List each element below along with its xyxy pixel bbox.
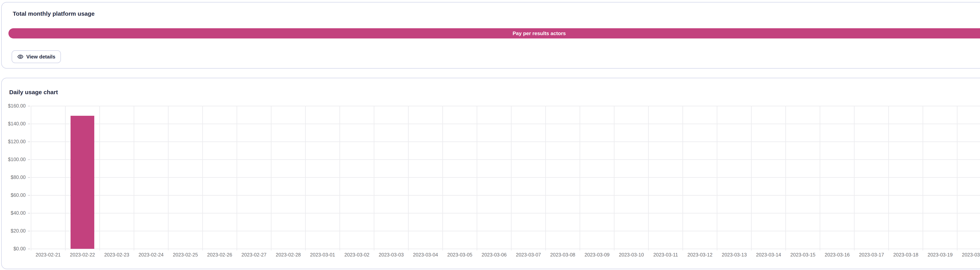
v-gridline xyxy=(374,106,374,251)
v-gridline xyxy=(957,106,958,251)
v-gridline xyxy=(682,106,683,251)
v-gridline xyxy=(854,106,854,251)
x-tick-label: 2023-03-20 xyxy=(951,252,980,258)
view-details-label: View details xyxy=(26,54,55,60)
h-gridline xyxy=(31,106,980,106)
plot-area xyxy=(31,106,980,249)
v-gridline xyxy=(614,106,614,251)
total-usage-card: Total monthly platform usage $150.00 Pay… xyxy=(1,2,980,69)
bar-2023-02-22[interactable] xyxy=(70,116,94,249)
v-gridline xyxy=(202,106,203,251)
h-gridline xyxy=(31,159,980,160)
y-tick-label: $120.00 xyxy=(2,139,25,144)
v-gridline xyxy=(65,106,66,251)
v-gridline xyxy=(339,106,340,251)
y-tick-label: $160.00 xyxy=(2,103,25,109)
h-gridline xyxy=(31,249,980,249)
y-tick-mark xyxy=(28,213,30,214)
v-gridline xyxy=(477,106,477,251)
v-gridline xyxy=(408,106,409,251)
v-gridline xyxy=(305,106,306,251)
v-gridline xyxy=(820,106,820,251)
daily-usage-chart-card: Daily usage chart Absolute Cumulative Ac… xyxy=(1,78,980,269)
h-gridline xyxy=(31,177,980,178)
v-gridline xyxy=(99,106,100,251)
v-gridline xyxy=(888,106,889,251)
chart-region: Actor compute unitsProxy SERPsProxy resi… xyxy=(2,78,980,268)
total-usage-title: Total monthly platform usage xyxy=(13,10,95,17)
y-tick-mark xyxy=(28,249,30,249)
y-tick-label: $140.00 xyxy=(2,121,25,126)
y-tick-label: $20.00 xyxy=(2,228,25,234)
view-details-button[interactable]: View details xyxy=(11,50,61,63)
v-gridline xyxy=(237,106,237,251)
h-gridline xyxy=(31,142,980,142)
h-gridline xyxy=(31,231,980,231)
v-gridline xyxy=(785,106,786,251)
eye-icon xyxy=(17,54,24,60)
y-tick-mark xyxy=(28,177,30,178)
v-gridline xyxy=(511,106,512,251)
v-gridline xyxy=(442,106,443,251)
v-gridline xyxy=(648,106,649,251)
v-gridline xyxy=(717,106,718,251)
usage-bar-segment-pay-per-results-actors[interactable]: Pay per results actors xyxy=(8,28,980,38)
v-gridline xyxy=(168,106,169,251)
h-gridline xyxy=(31,195,980,196)
v-gridline xyxy=(31,106,31,251)
v-gridline xyxy=(134,106,134,251)
y-tick-label: $100.00 xyxy=(2,157,25,162)
y-tick-label: $60.00 xyxy=(2,192,25,198)
y-tick-mark xyxy=(28,195,30,196)
v-gridline xyxy=(751,106,752,251)
v-gridline xyxy=(923,106,923,251)
h-gridline xyxy=(31,124,980,124)
y-tick-label: $40.00 xyxy=(2,210,25,216)
usage-bar: Pay per results actors xyxy=(8,28,980,38)
y-tick-mark xyxy=(28,142,30,142)
y-tick-mark xyxy=(28,231,30,231)
v-gridline xyxy=(271,106,272,251)
v-gridline xyxy=(545,106,546,251)
y-tick-mark xyxy=(28,124,30,124)
h-gridline xyxy=(31,213,980,214)
v-gridline xyxy=(579,106,580,251)
y-tick-mark xyxy=(28,106,30,106)
y-tick-label: $0.00 xyxy=(2,246,25,252)
usage-bar-segment-label: Pay per results actors xyxy=(512,30,566,37)
y-tick-mark xyxy=(28,159,30,160)
y-tick-label: $80.00 xyxy=(2,174,25,180)
